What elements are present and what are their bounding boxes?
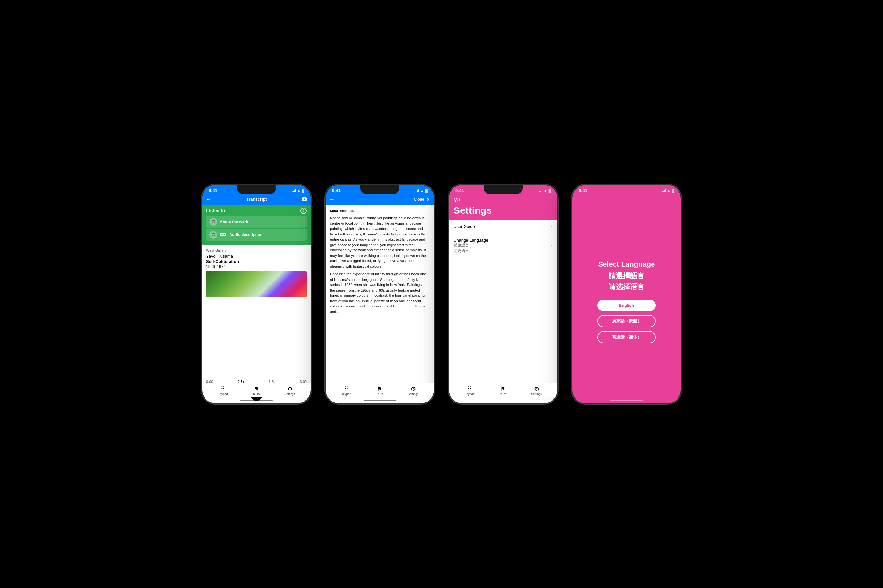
user-guide-item[interactable]: User Guide → bbox=[449, 220, 557, 234]
tours-label: Tours bbox=[253, 392, 260, 396]
phone-3-bottom-nav: ⠿ Keypad ⚑ Tours ⚙ Settings bbox=[449, 383, 557, 397]
phone-1-time: 9:41 bbox=[209, 188, 217, 193]
app-logo: M+ bbox=[454, 197, 553, 203]
nav-settings-2[interactable]: ⚙ Settings bbox=[408, 386, 418, 396]
signal-icon-4 bbox=[662, 189, 666, 192]
signal-icon-3 bbox=[539, 189, 543, 192]
phone-4-icons: ▲ ▓ bbox=[662, 189, 674, 193]
tours-label-3: Tours bbox=[499, 392, 507, 396]
artist-name: Yayoi Kusama bbox=[206, 254, 307, 258]
phone-3-screen: 9:41 ▲ ▓ M+ Settings bbox=[449, 185, 557, 404]
listen-section: Listen to ? 🎧 About the work 🎧 AD Audio … bbox=[202, 205, 311, 245]
change-language-sc: 变更语言 bbox=[454, 248, 488, 254]
change-language-text: Change Language 變更語言 变更语言 bbox=[454, 238, 488, 254]
settings-label: Settings bbox=[284, 392, 295, 396]
battery-icon: ▓ bbox=[302, 189, 304, 192]
back-button[interactable]: ← bbox=[206, 196, 211, 202]
signal-icon bbox=[292, 189, 296, 192]
nav-keypad-1[interactable]: ⠿ Keypad bbox=[218, 386, 228, 396]
settings-icon-3: ⚙ bbox=[534, 386, 539, 392]
phone-3-icons: ▲ ▓ bbox=[539, 189, 551, 193]
settings-label-2: Settings bbox=[408, 392, 418, 396]
select-language-title-tc: 請選擇語言 bbox=[609, 271, 644, 281]
phone-1-bottom-nav: ⠿ Keypad ⚑ Tours ⚙ Settings bbox=[202, 383, 311, 397]
transcript-para-1: Notice how Kusama's Infinity Net paintin… bbox=[330, 215, 429, 269]
nav-settings-3[interactable]: ⚙ Settings bbox=[531, 386, 542, 396]
change-language-tc: 變更語言 bbox=[454, 243, 488, 248]
listen-header: Listen to ? bbox=[206, 208, 307, 214]
artwork-year: 1966–1974 bbox=[206, 264, 307, 269]
artwork-info: West Gallery Yayoi Kusama Self-Obliterat… bbox=[202, 245, 311, 377]
listen-info[interactable]: ? bbox=[300, 208, 307, 214]
keypad-label-3: Keypad bbox=[465, 392, 475, 396]
wifi-icon-2: ▲ bbox=[420, 189, 424, 193]
change-language-arrow: → bbox=[548, 243, 553, 248]
phones-container: 9:41 ▲ ▓ ← Transcript A bbox=[201, 184, 682, 404]
phone-1-home-bar bbox=[240, 400, 273, 401]
wifi-icon-4: ▲ bbox=[667, 189, 671, 193]
settings-icon-2: ⚙ bbox=[411, 386, 416, 392]
about-work-label: About the work bbox=[220, 220, 248, 224]
keypad-icon: ⠿ bbox=[221, 386, 225, 392]
nav-keypad-3[interactable]: ⠿ Keypad bbox=[465, 386, 475, 396]
tours-icon-3: ⚑ bbox=[500, 386, 505, 392]
tours-icon-2: ⚑ bbox=[377, 386, 382, 392]
phone-4-screen: 9:41 ▲ ▓ Select Language 請選擇語言 请选择语言 Eng bbox=[572, 185, 681, 404]
select-language-title-en: Select Language bbox=[598, 260, 655, 268]
nav-keypad-2[interactable]: ⠿ Keypad bbox=[341, 386, 351, 396]
close-label[interactable]: Close bbox=[414, 197, 424, 202]
signal-icon-2 bbox=[415, 189, 419, 192]
back-button-2[interactable]: ← bbox=[329, 196, 335, 202]
keypad-icon-3: ⠿ bbox=[468, 386, 472, 392]
language-english-button[interactable]: English bbox=[597, 300, 656, 311]
language-mandarin-button[interactable]: 普通話（简体） bbox=[597, 331, 656, 344]
phone-2-time: 9:41 bbox=[332, 188, 340, 193]
headphones-icon-1: 🎧 bbox=[209, 218, 217, 226]
header-title: Transcript bbox=[247, 197, 267, 202]
close-x[interactable]: ✕ bbox=[426, 197, 430, 202]
settings-icon: ⚙ bbox=[287, 386, 292, 392]
language-selection-screen: Select Language 請選擇語言 请选择语言 English 廣東話（… bbox=[572, 195, 681, 404]
nav-tours-2[interactable]: ⚑ Tours bbox=[376, 386, 383, 396]
phone-2-icons: ▲ ▓ bbox=[415, 189, 427, 193]
phone-3-notch bbox=[484, 185, 523, 194]
settings-title: Settings bbox=[454, 205, 553, 216]
phone-2: 9:41 ▲ ▓ ← bbox=[325, 184, 435, 404]
settings-header: M+ Settings bbox=[449, 195, 557, 220]
artwork-image bbox=[206, 272, 307, 297]
header-badge: A bbox=[302, 197, 307, 201]
phone-4: 9:41 ▲ ▓ Select Language 請選擇語言 请选择语言 Eng bbox=[572, 184, 682, 404]
wifi-icon-3: ▲ bbox=[544, 189, 548, 193]
tours-label-2: Tours bbox=[376, 392, 383, 396]
phone-2-screen: 9:41 ▲ ▓ ← bbox=[326, 185, 434, 404]
header-left: ← bbox=[329, 196, 335, 202]
select-language-title-sc: 请选择语言 bbox=[609, 282, 644, 292]
phone-2-bottom-nav: ⠿ Keypad ⚑ Tours ⚙ Settings bbox=[326, 383, 434, 397]
phone-1-notch bbox=[237, 185, 276, 194]
phone-1-screen: 9:41 ▲ ▓ ← Transcript A bbox=[202, 185, 311, 404]
audio-description-item[interactable]: 🎧 AD Audio description bbox=[206, 229, 307, 241]
nav-tours-1[interactable]: ⚑ Tours bbox=[253, 386, 260, 396]
phone-2-home-bar bbox=[364, 400, 396, 401]
settings-menu: User Guide → Change Language 變更語言 变更语言 → bbox=[449, 220, 557, 404]
phone-1: 9:41 ▲ ▓ ← Transcript A bbox=[201, 184, 311, 404]
phone-3-home-bar bbox=[487, 400, 519, 401]
language-cantonese-button[interactable]: 廣東話（繁體） bbox=[597, 315, 656, 327]
change-language-item[interactable]: Change Language 變更語言 变更语言 → bbox=[449, 234, 557, 258]
phone-1-header: ← Transcript A bbox=[202, 195, 311, 205]
keypad-icon-2: ⠿ bbox=[344, 386, 348, 392]
close-group: Close ✕ bbox=[414, 197, 430, 202]
phone-4-time: 9:41 bbox=[579, 188, 587, 193]
phone-1-status-icons: ▲ ▓ bbox=[292, 189, 304, 193]
gallery-label: West Gallery bbox=[206, 248, 307, 252]
phone-4-home-bar bbox=[610, 400, 643, 401]
nav-settings-1[interactable]: ⚙ Settings bbox=[284, 386, 295, 396]
transcript-content: Mika Yoshitake: Notice how Kusama's Infi… bbox=[326, 205, 434, 404]
nav-tours-3[interactable]: ⚑ Tours bbox=[499, 386, 507, 396]
phone-2-notch bbox=[360, 185, 399, 194]
artwork-title: Self-Obliteration bbox=[206, 259, 307, 264]
settings-label-3: Settings bbox=[531, 392, 542, 396]
phone-2-header: ← Close ✕ bbox=[326, 195, 434, 205]
about-work-item[interactable]: 🎧 About the work bbox=[206, 216, 307, 228]
user-guide-arrow: → bbox=[548, 224, 553, 230]
